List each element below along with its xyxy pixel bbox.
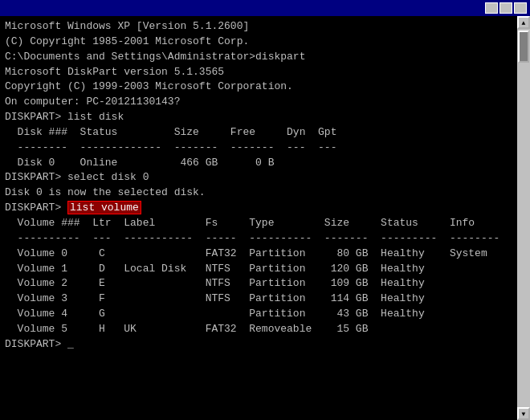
terminal-line: Copyright (C) 1999-2003 Microsoft Corpor… [5, 80, 512, 95]
volume-table-line: ---------- --- ----------- ----- -------… [5, 231, 512, 247]
scroll-down-button[interactable]: ▼ [517, 407, 530, 420]
scrollbar[interactable]: ▲ ▼ [517, 16, 530, 420]
volume-table-line: Volume 2 E NTFS Partition 109 GB Healthy [5, 276, 512, 292]
volume-table-line: Volume 1 D Local Disk NTFS Partition 120… [5, 262, 512, 277]
diskpart-prompt: DISKPART> [5, 202, 67, 214]
minimize-button[interactable] [485, 2, 498, 14]
terminal-line: DISKPART> select disk 0 [5, 170, 512, 186]
terminal-line: Disk 0 is now the selected disk. [5, 186, 512, 201]
terminal-line: C:\Documents and Settings\Administrator>… [5, 50, 512, 65]
volume-table-line: Volume 3 F NTFS Partition 114 GB Healthy [5, 292, 512, 307]
title-bar [0, 0, 530, 16]
highlight-line: DISKPART> list volume [5, 201, 512, 216]
terminal-content: Microsoft Windows XP [Version 5.1.2600](… [0, 16, 517, 356]
terminal-line: (C) Copyright 1985-2001 Microsoft Corp. [5, 35, 512, 50]
scroll-up-button[interactable]: ▲ [517, 16, 530, 29]
volume-table-line: Volume 5 H UK FAT32 Removeable 15 GB [5, 322, 512, 337]
scroll-thumb[interactable] [518, 31, 529, 63]
volume-table-line: Volume 0 C FAT32 Partition 80 GB Healthy… [5, 247, 512, 262]
terminal-line: Disk ### Status Size Free Dyn Gpt [5, 125, 512, 141]
volume-table-line: Volume 4 G Partition 43 GB Healthy [5, 307, 512, 322]
title-bar-controls [485, 2, 527, 14]
terminal-line: Disk 0 Online 466 GB 0 B [5, 156, 512, 171]
terminal-window: Microsoft Windows XP [Version 5.1.2600](… [0, 0, 530, 420]
maximize-button[interactable] [499, 2, 512, 14]
terminal-line: Microsoft Windows XP [Version 5.1.2600] [5, 19, 512, 35]
terminal-line: DISKPART> list disk [5, 110, 512, 125]
terminal-line: -------- ------------- ------- ------- -… [5, 141, 512, 156]
terminal-line: Microsoft DiskPart version 5.1.3565 [5, 65, 512, 80]
close-button[interactable] [514, 2, 527, 14]
volume-table-line: Volume ### Ltr Label Fs Type Size Status… [5, 216, 512, 231]
highlighted-command: list volume [67, 201, 141, 214]
terminal-line: On computer: PC-20121130143? [5, 95, 512, 110]
final-prompt: DISKPART> _ [5, 337, 512, 353]
